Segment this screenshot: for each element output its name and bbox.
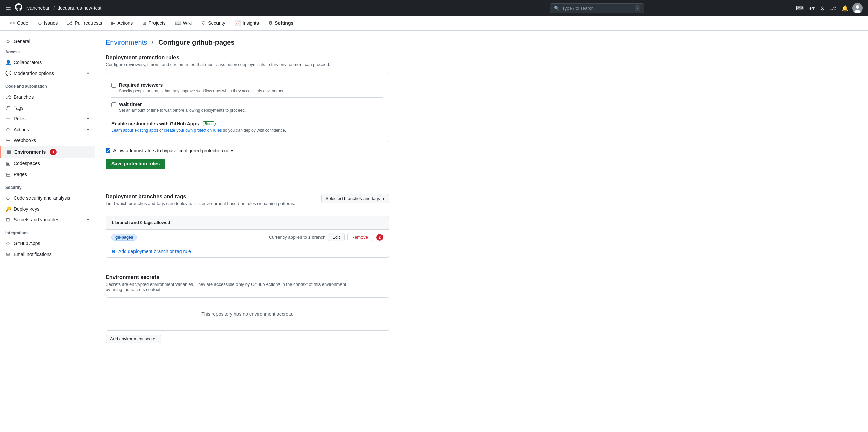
nav-actions[interactable]: ▶ Actions	[107, 16, 137, 31]
sidebar-general[interactable]: ⚙ General	[0, 36, 95, 47]
sidebar-moderation[interactable]: 💬 Moderation options ▾	[0, 68, 95, 79]
beta-badge: Beta	[202, 121, 216, 126]
hamburger-icon[interactable]: ☰	[5, 4, 11, 12]
repo-owner-link[interactable]: ivancheban	[26, 5, 51, 11]
code-security-icon: ⊙	[5, 195, 11, 201]
save-protection-button[interactable]: Save protection rules	[106, 159, 165, 169]
tags-icon: 🏷	[5, 105, 11, 111]
add-secret-button[interactable]: Add environment secret	[106, 335, 161, 343]
custom-rules-title: Enable custom rules with GitHub Apps Bet…	[111, 121, 383, 126]
sidebar-branches[interactable]: ⎇ Branches	[0, 92, 95, 102]
sidebar-code-security[interactable]: ⊙ Code security and analysis	[0, 193, 95, 203]
actions-chevron: ▾	[87, 127, 89, 132]
nav-wiki[interactable]: 📖 Wiki	[171, 16, 196, 31]
branch-tag: gh-pages	[111, 234, 137, 241]
breadcrumb: Environments / Configure github-pages	[106, 39, 389, 46]
nav-settings[interactable]: ⚙ Settings	[264, 16, 297, 31]
wait-timer-checkbox[interactable]	[111, 102, 116, 107]
required-reviewers-rule: Required reviewers Specify people or tea…	[111, 78, 383, 98]
deployment-branches-box: 1 branch and 0 tags allowed gh-pages Cur…	[106, 216, 389, 258]
create-button[interactable]: +▾	[808, 4, 816, 13]
rules-icon: ☰	[5, 116, 11, 121]
nav-pulls[interactable]: ⎇ Pull requests	[63, 16, 106, 31]
sidebar-actions[interactable]: ⊙ Actions ▾	[0, 124, 95, 135]
notification-button[interactable]: 🔔	[840, 4, 850, 13]
divider-2	[106, 266, 389, 266]
remove-branch-button[interactable]: Remove	[347, 233, 372, 241]
integrations-label: Integrations	[0, 228, 95, 238]
issues-button[interactable]: ⊙	[819, 4, 826, 13]
sidebar-tags[interactable]: 🏷 Tags	[0, 102, 95, 113]
existing-apps-link[interactable]: Learn about existing apps	[111, 128, 158, 133]
projects-icon: ⊞	[142, 20, 146, 26]
rules-box: Required reviewers Specify people or tea…	[106, 73, 389, 142]
terminal-button[interactable]: ⌨	[794, 4, 805, 13]
nav-projects[interactable]: ⊞ Projects	[138, 16, 170, 31]
top-nav: ☰ ivancheban / docusaurus-new-test 🔍 Typ…	[0, 0, 868, 16]
security-icon: 🛡	[201, 20, 206, 26]
general-icon: ⚙	[5, 39, 11, 44]
code-automation-label: Code and automation	[0, 81, 95, 92]
secrets-title: Environment secrets	[106, 274, 389, 280]
search-box[interactable]: 🔍 Type / to search /	[550, 3, 644, 13]
divider-1	[106, 185, 389, 185]
sidebar-environments[interactable]: ▦ Environments 1	[0, 146, 95, 158]
required-reviewers-checkbox[interactable]	[111, 83, 116, 88]
avatar[interactable]	[852, 3, 863, 13]
add-rule-row[interactable]: ⊕ Add deployment branch or tag rule	[106, 245, 389, 257]
sidebar: ⚙ General Access 👤 Collaborators 💬 Moder…	[0, 31, 95, 430]
secrets-chevron: ▾	[87, 217, 89, 222]
repo-nav: <> Code ⊙ Issues ⎇ Pull requests ▶ Actio…	[0, 16, 868, 31]
path-slash: /	[54, 5, 55, 11]
edit-branch-button[interactable]: Edit	[328, 233, 344, 241]
sidebar-secrets[interactable]: ⊞ Secrets and variables ▾	[0, 214, 95, 225]
wait-timer-rule: Wait timer Set an amount of time to wait…	[111, 98, 383, 117]
branches-dropdown-button[interactable]: Selected branches and tags ▾	[321, 194, 389, 203]
wiki-icon: 📖	[175, 20, 181, 26]
svg-point-1	[856, 5, 859, 9]
nav-issues[interactable]: ⊙ Issues	[34, 16, 62, 31]
nav-security[interactable]: 🛡 Security	[197, 16, 229, 31]
nav-code[interactable]: <> Code	[5, 16, 33, 31]
allow-admins-row: Allow administrators to bypass configure…	[106, 148, 389, 153]
sidebar-webhooks[interactable]: ↪ Webhooks	[0, 135, 95, 146]
codespaces-icon: ▣	[5, 161, 11, 166]
secrets-empty-message: This repository has no environment secre…	[201, 311, 293, 317]
webhooks-icon: ↪	[5, 138, 11, 143]
deployment-branches-title: Deployment branches and tags	[106, 194, 295, 200]
breadcrumb-current: Configure github-pages	[158, 39, 235, 46]
allow-admins-label: Allow administrators to bypass configure…	[113, 148, 234, 153]
main-layout: ⚙ General Access 👤 Collaborators 💬 Moder…	[0, 31, 868, 430]
secrets-context-link[interactable]: secrets context	[131, 287, 160, 292]
actions-icon: ▶	[111, 20, 115, 26]
create-rules-link[interactable]: create your own protection rules	[164, 128, 222, 133]
nav-insights[interactable]: 📈 Insights	[231, 16, 263, 31]
protection-title: Deployment protection rules	[106, 55, 389, 61]
deployment-branches-section: Deployment branches and tags Limit which…	[106, 194, 389, 258]
sidebar-github-apps[interactable]: ⊙ GitHub Apps	[0, 238, 95, 249]
pr-button[interactable]: ⎇	[829, 4, 838, 13]
environments-badge: 1	[50, 149, 57, 155]
allow-admins-checkbox[interactable]	[106, 148, 110, 153]
environments-link[interactable]: Environments	[106, 39, 147, 46]
dropdown-chevron: ▾	[382, 196, 385, 201]
breadcrumb-separator: /	[152, 39, 154, 46]
secrets-icon: ⊞	[5, 217, 11, 222]
protection-desc: Configure reviewers, timers, and custom …	[106, 62, 389, 67]
deploy-keys-icon: 🔑	[5, 206, 11, 212]
moderation-icon: 💬	[5, 71, 11, 76]
code-icon: <>	[9, 20, 15, 26]
sidebar-pages[interactable]: ▤ Pages	[0, 169, 95, 180]
sidebar-deploy-keys[interactable]: 🔑 Deploy keys	[0, 203, 95, 214]
collaborators-icon: 👤	[5, 60, 11, 65]
sidebar-email-notifications[interactable]: ✉ Email notifications	[0, 249, 95, 260]
custom-rules-row: Enable custom rules with GitHub Apps Bet…	[111, 117, 383, 137]
sidebar-collaborators[interactable]: 👤 Collaborators	[0, 57, 95, 68]
sidebar-integrations-section: Integrations ⊙ GitHub Apps ✉ Email notif…	[0, 228, 95, 260]
search-shortcut: /	[635, 5, 640, 11]
repo-name-link[interactable]: docusaurus-new-test	[57, 5, 101, 11]
add-rule-label: Add deployment branch or tag rule	[118, 249, 191, 254]
sidebar-codespaces[interactable]: ▣ Codespaces	[0, 158, 95, 169]
access-label: Access	[0, 47, 95, 57]
sidebar-rules[interactable]: ☰ Rules ▾	[0, 113, 95, 124]
